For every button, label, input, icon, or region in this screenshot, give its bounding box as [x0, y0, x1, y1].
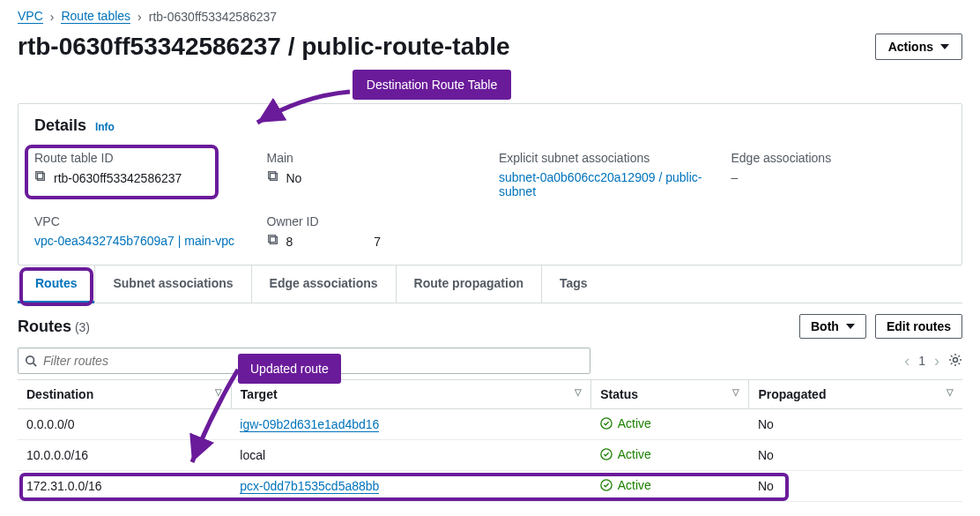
route-table-id-label: Route table ID	[34, 151, 249, 165]
explicit-subnet-label: Explicit subnet associations	[499, 151, 714, 165]
settings-gear-icon[interactable]	[948, 353, 962, 370]
both-label: Both	[811, 319, 839, 333]
cell-status: Active	[591, 409, 749, 440]
target-link[interactable]: pcx-0dd7b1535cd5a88bb	[240, 479, 379, 494]
main-label: Main	[267, 151, 482, 165]
tab-route-propagation[interactable]: Route propagation	[396, 265, 541, 303]
sort-icon: ▽	[575, 387, 582, 397]
actions-label: Actions	[888, 40, 933, 54]
edge-assoc-label: Edge associations	[731, 151, 947, 165]
table-row[interactable]: 10.0.0.0/16localActiveNo	[18, 440, 962, 471]
explicit-subnet-link[interactable]: subnet-0a0b606cc20a12909 / public-subnet	[499, 170, 714, 198]
cell-target: local	[231, 440, 590, 471]
page-number: 1	[918, 354, 925, 368]
routes-count: (3)	[75, 320, 90, 334]
routes-table: Destination▽ Target▽ Status▽ Propagated▽…	[18, 379, 962, 502]
svg-point-6	[26, 356, 34, 364]
sort-icon: ▽	[732, 387, 739, 397]
tab-subnet-associations[interactable]: Subnet associations	[94, 265, 250, 303]
annotation-updated-route: Updated route	[238, 354, 341, 384]
search-icon	[25, 355, 37, 367]
sort-icon: ▽	[947, 387, 954, 397]
tab-tags[interactable]: Tags	[541, 265, 605, 303]
table-row[interactable]: 0.0.0.0/0igw-09b2d631e1ad4bd16ActiveNo	[18, 409, 962, 440]
cell-propagated: No	[749, 440, 962, 471]
breadcrumb: VPC › Route tables › rtb-0630ff533425862…	[18, 9, 962, 24]
copy-icon[interactable]	[34, 170, 47, 185]
chevron-right-icon: ›	[50, 10, 55, 24]
route-table-id-value: rtb-0630ff53342586237	[54, 171, 182, 185]
details-info-link[interactable]: Info	[95, 121, 115, 133]
cell-target: pcx-0dd7b1535cd5a88bb	[231, 471, 590, 502]
page-title: rtb-0630ff53342586237 / public-route-tab…	[18, 33, 510, 61]
owner-id-masked	[300, 236, 367, 248]
table-row[interactable]: 172.31.0.0/16pcx-0dd7b1535cd5a88bbActive…	[18, 471, 962, 502]
chevron-right-icon: ›	[137, 10, 142, 24]
cell-status: Active	[591, 440, 749, 471]
tab-edge-associations[interactable]: Edge associations	[251, 265, 396, 303]
owner-id-prefix: 8	[286, 235, 293, 249]
arrow-icon	[249, 87, 354, 131]
col-target[interactable]: Target▽	[231, 380, 590, 409]
edge-assoc-value: –	[731, 170, 739, 184]
page-prev[interactable]: ‹	[904, 352, 909, 370]
breadcrumb-route-tables[interactable]: Route tables	[61, 9, 130, 24]
owner-id-label: Owner ID	[267, 214, 482, 228]
details-panel: Details Info Route table ID rtb-0630ff53…	[18, 103, 962, 265]
tabs: Routes Subnet associations Edge associat…	[18, 265, 962, 303]
actions-button[interactable]: Actions	[875, 34, 962, 60]
col-status[interactable]: Status▽	[591, 380, 749, 409]
col-propagated[interactable]: Propagated▽	[749, 380, 962, 409]
caret-down-icon	[846, 324, 855, 329]
copy-icon[interactable]	[267, 234, 279, 249]
vpc-label: VPC	[34, 214, 249, 228]
annotation-destination-route-table: Destination Route Table	[353, 70, 511, 100]
routes-section: Routes (3) Both Edit routes Updated rout…	[18, 314, 962, 502]
edit-routes-button[interactable]: Edit routes	[875, 314, 962, 339]
owner-id-suffix: 7	[374, 235, 381, 249]
cell-target: igw-09b2d631e1ad4bd16	[231, 409, 590, 440]
page-next[interactable]: ›	[934, 352, 939, 370]
cell-propagated: No	[749, 471, 962, 502]
breadcrumb-current: rtb-0630ff53342586237	[149, 10, 277, 24]
routes-title: Routes	[18, 318, 71, 335]
breadcrumb-vpc[interactable]: VPC	[18, 9, 43, 24]
both-dropdown[interactable]: Both	[799, 314, 866, 339]
tab-routes[interactable]: Routes	[18, 265, 94, 303]
svg-line-7	[33, 363, 37, 367]
main-value: No	[286, 171, 302, 185]
vpc-link[interactable]: vpc-0ea3432745b7609a7 | main-vpc	[34, 234, 234, 248]
copy-icon[interactable]	[267, 170, 279, 185]
cell-status: Active	[591, 471, 749, 502]
details-heading: Details	[34, 116, 86, 134]
svg-point-8	[954, 357, 958, 362]
cell-propagated: No	[749, 409, 962, 440]
caret-down-icon	[940, 44, 949, 49]
